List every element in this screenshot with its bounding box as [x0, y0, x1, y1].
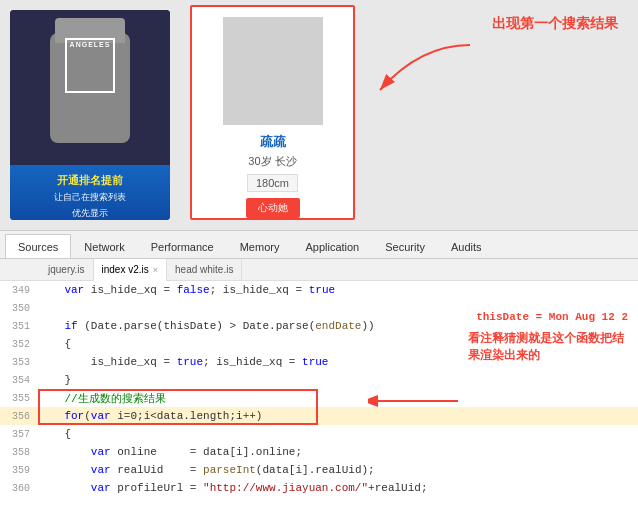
code-annotation-arrow: [368, 371, 468, 431]
line-code: }: [38, 374, 71, 386]
center-photo: [223, 17, 323, 125]
profile-bottom: 开通排名提前 让自己在搜索列表 优先显示: [10, 165, 170, 220]
devtools-panel: Sources Network Performance Memory Appli…: [0, 230, 638, 507]
tab-security[interactable]: Security: [372, 234, 438, 258]
line-num: 353: [0, 357, 38, 368]
center-card: 疏疏 30岁 长沙 180cm 心动她: [190, 5, 355, 220]
line-num: 355: [0, 393, 38, 404]
center-height: 180cm: [247, 174, 298, 192]
annotation-arrow: [360, 30, 480, 110]
line-code: {: [38, 428, 71, 440]
code-annotation-text: 看注释猜测就是这个函数把结果渲染出来的: [468, 331, 628, 365]
file-tabs: jquery.is index v2.is × head white.is: [0, 259, 638, 281]
line-code: {: [38, 338, 71, 350]
tab-close-icon[interactable]: ×: [153, 265, 158, 275]
line-num: 357: [0, 429, 38, 440]
line-num: 360: [0, 483, 38, 494]
profile-title: 开通排名提前: [18, 173, 162, 188]
center-action-button[interactable]: 心动她: [246, 198, 300, 218]
line-code: if (Date.parse(thisDate) > Date.parse(en…: [38, 320, 375, 332]
line-code: var is_hide_xq = false; is_hide_xq = tru…: [38, 284, 335, 296]
line-num: 358: [0, 447, 38, 458]
profile-subtitle2: 优先显示: [18, 207, 162, 220]
line-code: var online = data[i].online;: [38, 446, 302, 458]
tab-memory[interactable]: Memory: [227, 234, 293, 258]
file-tab-head[interactable]: head white.is: [167, 259, 242, 281]
line-num: 354: [0, 375, 38, 386]
code-line-357: 357 {: [0, 425, 638, 443]
code-line-360: 360 var profileUrl = "http://www.jiayuan…: [0, 479, 638, 494]
file-tab-index[interactable]: index v2.is ×: [94, 259, 168, 281]
tab-performance[interactable]: Performance: [138, 234, 227, 258]
tab-audits[interactable]: Audits: [438, 234, 495, 258]
code-line-358: 358 var online = data[i].online;: [0, 443, 638, 461]
line-num: 350: [0, 303, 38, 314]
code-line-349: 349 var is_hide_xq = false; is_hide_xq =…: [0, 281, 638, 299]
line-code: //生成数的搜索结果: [38, 391, 166, 406]
angeles-text: ANGELES: [70, 41, 111, 48]
code-line-359: 359 var realUid = parseInt(data[i].realU…: [0, 461, 638, 479]
line-num: 359: [0, 465, 38, 476]
profile-card-left: ANGELES 开通排名提前 让自己在搜索列表 优先显示: [10, 10, 170, 220]
tab-application[interactable]: Application: [292, 234, 372, 258]
center-info: 30岁 长沙: [248, 154, 296, 169]
line-code: for(var i=0;i<data.length;i++): [38, 410, 262, 422]
devtools-tabs: Sources Network Performance Memory Appli…: [0, 231, 638, 259]
code-line-354: 354 }: [0, 371, 638, 389]
profile-subtitle1: 让自己在搜索列表: [18, 191, 162, 204]
person-silhouette: ANGELES: [50, 33, 130, 143]
line-code: var profileUrl = "http://www.jiayuan.com…: [38, 482, 428, 494]
tab-network[interactable]: Network: [71, 234, 137, 258]
line-num: 356: [0, 411, 38, 422]
code-line-356: 356 for(var i=0;i<data.length;i++): [0, 407, 638, 425]
website-preview: ANGELES 开通排名提前 让自己在搜索列表 优先显示 疏疏 30岁 长沙 1…: [0, 0, 638, 230]
line-num: 349: [0, 285, 38, 296]
top-code-annotation: thisDate = Mon Aug 12 2: [476, 311, 628, 323]
file-tab-jquery[interactable]: jquery.is: [40, 259, 94, 281]
line-code: var realUid = parseInt(data[i].realUid);: [38, 464, 375, 476]
code-editor: thisDate = Mon Aug 12 2 349 var is_hide_…: [0, 281, 638, 494]
profile-image: ANGELES: [10, 10, 170, 165]
code-line-355: 355 //生成数的搜索结果: [0, 389, 638, 407]
center-name: 疏疏: [260, 133, 286, 151]
line-num: 351: [0, 321, 38, 332]
line-code: is_hide_xq = true; is_hide_xq = true: [38, 356, 328, 368]
annotation-text: 出现第一个搜索结果: [492, 15, 618, 33]
tab-sources[interactable]: Sources: [5, 234, 71, 258]
line-num: 352: [0, 339, 38, 350]
